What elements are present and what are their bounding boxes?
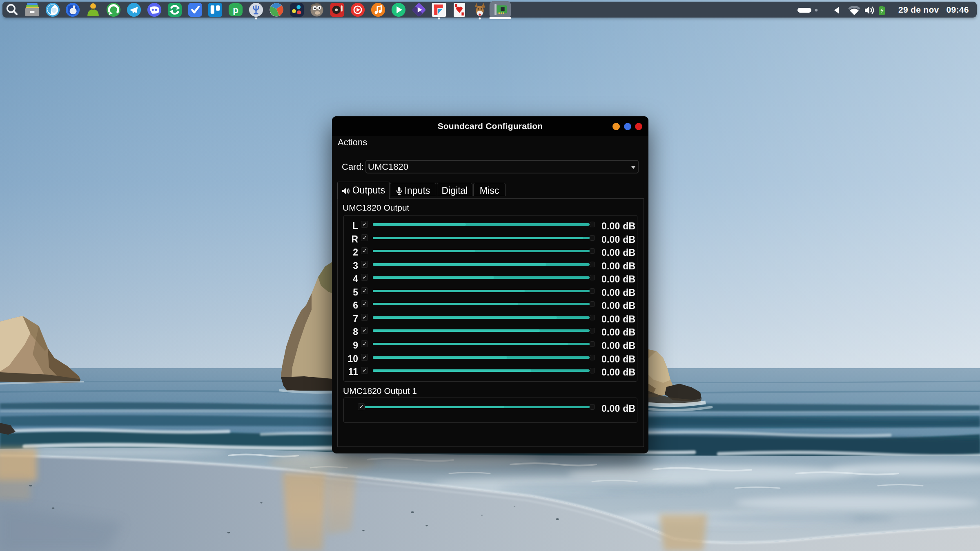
svg-text:p: p <box>233 4 238 15</box>
